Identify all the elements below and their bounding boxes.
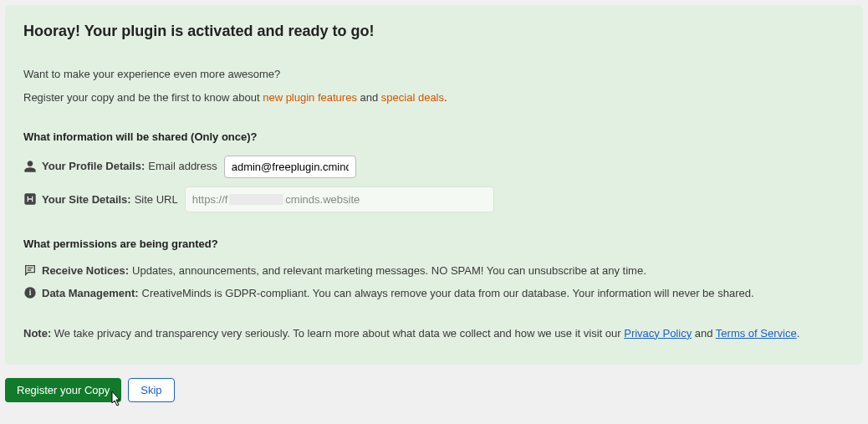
page-title: Hooray! Your plugin is activated and rea… (23, 20, 845, 43)
svg-text:i: i (29, 289, 32, 297)
info-icon: i (23, 286, 37, 299)
site-row: Your Site Details: Site URL https://f cm… (23, 186, 845, 213)
site-sub: Site URL (135, 192, 178, 208)
user-icon (23, 160, 37, 173)
note-mid: and (692, 327, 716, 340)
note-line: Note: We take privacy and transparency v… (23, 325, 845, 342)
link-special-deals[interactable]: special deals (381, 91, 444, 104)
intro-register-line: Register your copy and be the first to k… (23, 89, 845, 106)
note-text: We take privacy and transparency very se… (51, 327, 624, 340)
site-icon (23, 192, 37, 206)
perm-data-label: Data Management: (42, 287, 139, 299)
profile-sub: Email address (148, 158, 217, 175)
notice-panel: Hooray! Your plugin is activated and rea… (5, 5, 863, 365)
perm-notices-label: Receive Notices: (42, 264, 129, 277)
perm-notices-row: Receive Notices:Updates, announcements, … (23, 263, 845, 279)
button-row: Register your Copy Skip (0, 365, 868, 402)
note-label: Note: (23, 327, 51, 340)
note-end: . (797, 327, 800, 340)
intro-text-end: . (444, 91, 447, 104)
site-label: Your Site Details: (42, 192, 131, 208)
shared-section-heading: What information will be shared (Only on… (23, 129, 845, 146)
site-url-pre: https://f (192, 192, 228, 208)
message-icon (23, 263, 37, 277)
profile-label: Your Profile Details: (42, 158, 145, 175)
skip-button[interactable]: Skip (128, 378, 174, 402)
perm-data-text: CreativeMinds is GDPR-compliant. You can… (142, 287, 754, 299)
site-url-field[interactable]: https://f cminds.website (185, 186, 494, 213)
intro-text-mid: and (357, 91, 381, 104)
link-privacy-policy[interactable]: Privacy Policy (624, 327, 692, 340)
profile-row: Your Profile Details: Email address (23, 156, 845, 178)
register-button[interactable]: Register your Copy (5, 378, 121, 402)
perm-notices-text: Updates, announcements, and relevant mar… (132, 264, 646, 277)
perm-section-heading: What permissions are being granted? (23, 236, 845, 253)
site-url-post: cminds.website (285, 192, 360, 208)
intro-text-pre: Register your copy and be the first to k… (23, 91, 263, 104)
email-field[interactable] (224, 156, 356, 178)
intro-question: Want to make your experience even more a… (23, 66, 845, 83)
link-tos[interactable]: Terms of Service (716, 327, 797, 340)
link-new-features[interactable]: new plugin features (263, 91, 357, 104)
perm-data-row: i Data Management:CreativeMinds is GDPR-… (23, 285, 845, 302)
site-url-redacted (229, 194, 283, 205)
